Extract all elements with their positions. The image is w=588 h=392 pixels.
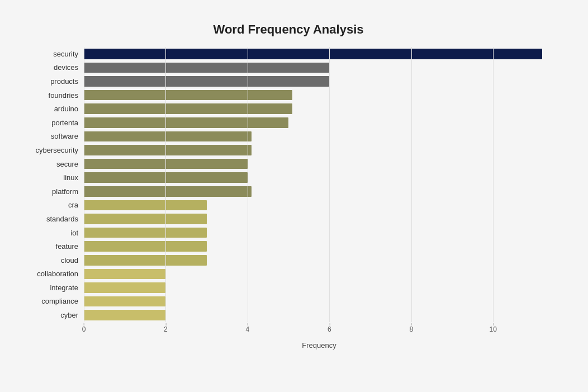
bar	[84, 63, 329, 73]
bar	[84, 296, 165, 307]
bar	[84, 90, 292, 101]
bar-track	[84, 267, 554, 281]
bar	[84, 255, 207, 266]
bar-row: devices	[22, 61, 554, 75]
bar-row: cyber	[22, 308, 554, 322]
bar-label: standards	[22, 215, 84, 223]
bar-row: standards	[22, 212, 554, 226]
bar-row: products	[22, 74, 554, 88]
bar-label: portenta	[22, 119, 84, 127]
bar-label: iot	[22, 229, 84, 237]
bar-track	[84, 226, 554, 240]
bar	[84, 159, 248, 169]
bar	[84, 282, 165, 293]
bar-row: iot	[22, 226, 554, 240]
bar	[84, 200, 207, 211]
bar-track	[84, 157, 554, 171]
chart-area: securitydevicesproductsfoundriesarduinop…	[22, 47, 554, 350]
bar-label: arduino	[22, 105, 84, 113]
bar-label: cybersecurity	[22, 146, 84, 154]
bar	[84, 310, 165, 320]
x-axis-area: 0246810	[22, 324, 554, 341]
bar-track	[84, 74, 554, 88]
bar-label: platform	[22, 187, 84, 196]
x-tick: 0	[82, 325, 86, 333]
bar-label: integrate	[22, 284, 84, 292]
bar-row: collaboration	[22, 267, 554, 281]
bar-label: linux	[22, 173, 84, 182]
bar	[84, 228, 207, 238]
bar-label: cloud	[22, 256, 84, 265]
bar	[84, 131, 252, 142]
bar-row: cybersecurity	[22, 143, 554, 157]
x-tick: 2	[164, 325, 168, 333]
bar	[84, 117, 288, 128]
bar-track	[84, 253, 554, 267]
bar-track	[84, 239, 554, 253]
bar-row: compliance	[22, 295, 554, 309]
bar-track	[84, 61, 554, 75]
bar	[84, 76, 329, 87]
bar-label: security	[22, 50, 84, 58]
bar-track	[84, 281, 554, 295]
bar-track	[84, 212, 554, 226]
bar	[84, 186, 252, 197]
bar-track	[84, 171, 554, 185]
bar-label: feature	[22, 242, 84, 251]
bar-row: platform	[22, 185, 554, 199]
x-tick: 4	[246, 325, 250, 333]
bar-row: integrate	[22, 281, 554, 295]
bar	[84, 103, 292, 114]
bar-row: feature	[22, 239, 554, 253]
bar-track	[84, 130, 554, 144]
bar	[84, 241, 207, 252]
bar-label: foundries	[22, 91, 84, 100]
bar-track	[84, 308, 554, 322]
bar-label: collaboration	[22, 270, 84, 278]
bar-track	[84, 88, 554, 102]
bar-track	[84, 185, 554, 199]
bar	[84, 214, 207, 224]
bar-label: cyber	[22, 311, 84, 319]
bar-label: products	[22, 77, 84, 86]
bar-row: software	[22, 130, 554, 144]
bar-track	[84, 102, 554, 116]
bar-row: linux	[22, 171, 554, 185]
bar-row: security	[22, 47, 554, 61]
chart-container: Word Frequency Analysis securitydevicesp…	[11, 11, 577, 392]
bar	[84, 172, 248, 183]
x-tick: 10	[489, 325, 496, 333]
bar-track	[84, 199, 554, 212]
x-axis-line: 0246810	[84, 324, 554, 341]
bar-row: secure	[22, 157, 554, 171]
bar-row: cra	[22, 199, 554, 212]
bar-track	[84, 295, 554, 309]
bar-label: cra	[22, 201, 84, 209]
bar-row: foundries	[22, 88, 554, 102]
bar-label: software	[22, 132, 84, 140]
bar-row: cloud	[22, 253, 554, 267]
bar-label: secure	[22, 160, 84, 168]
bar-row: portenta	[22, 116, 554, 130]
bar-row: arduino	[22, 102, 554, 116]
bar	[84, 269, 165, 280]
bar-track	[84, 47, 554, 61]
bars-section: securitydevicesproductsfoundriesarduinop…	[22, 47, 554, 322]
chart-title: Word Frequency Analysis	[22, 22, 554, 37]
bar-label: devices	[22, 63, 84, 72]
bar	[84, 145, 252, 155]
bar-label: compliance	[22, 297, 84, 305]
x-tick: 6	[328, 325, 331, 333]
x-tick: 8	[409, 325, 413, 333]
bar	[84, 49, 542, 59]
bar-track	[84, 116, 554, 130]
bar-track	[84, 143, 554, 157]
x-axis-label: Frequency	[22, 341, 554, 350]
